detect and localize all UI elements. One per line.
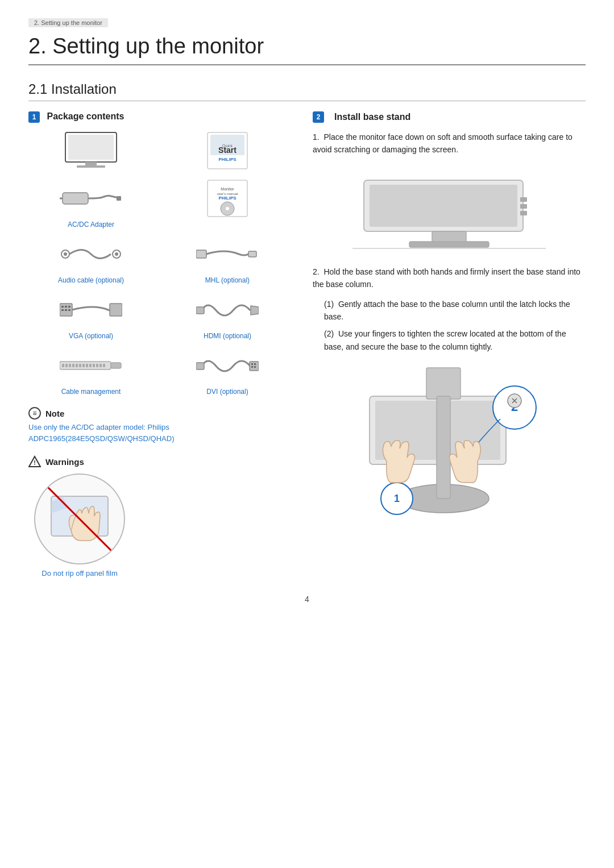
svg-marker-32 [251, 306, 259, 315]
page-number: 4 [28, 595, 586, 604]
svg-rect-39 [79, 364, 81, 367]
note-text: Use only the AC/DC adapter model: Philip… [28, 422, 290, 444]
svg-rect-48 [196, 363, 204, 369]
svg-rect-60 [409, 242, 489, 247]
package-item-vga: VGA (optional) [28, 290, 154, 340]
vga-icon [60, 296, 122, 324]
svg-text:Start: Start [218, 146, 237, 155]
install-substep-2: (2) Use your fingers to tighten the scre… [324, 327, 586, 353]
svg-rect-64 [520, 211, 527, 215]
warnings-section: ! Warnings [28, 455, 290, 578]
svg-rect-47 [111, 363, 121, 368]
svg-rect-53 [254, 366, 256, 368]
package-item-quickstart: Quick Start PHILIPS [165, 131, 290, 173]
package-item-cablemgmt: Cable management [28, 346, 154, 396]
package-item-monitor [28, 131, 154, 173]
svg-rect-59 [432, 231, 466, 243]
warning-icon: ! [28, 455, 41, 468]
svg-rect-27 [61, 309, 64, 311]
audiocable-icon [60, 240, 122, 268]
package-item-mhl: MHL (optional) [165, 234, 290, 284]
svg-rect-3 [77, 165, 105, 168]
warnings-label: Warnings [45, 457, 84, 467]
svg-rect-2 [85, 162, 97, 165]
svg-point-16 [226, 207, 229, 210]
note-label: Note [45, 409, 64, 418]
package-item-hdmi: HDMI (optional) [165, 290, 290, 340]
basestand-install-illustration: 2 1 [352, 362, 546, 521]
badge-2: 2 [313, 111, 324, 123]
svg-rect-29 [68, 309, 70, 311]
hdmi-icon [196, 294, 259, 326]
svg-text:1: 1 [394, 493, 400, 504]
svg-rect-37 [72, 364, 74, 367]
section-title: 2.1 Installation [28, 81, 586, 101]
package-item-audiocable: Audio cable (optional) [28, 234, 154, 284]
svg-rect-30 [110, 304, 122, 316]
svg-rect-21 [196, 250, 206, 258]
svg-rect-34 [62, 364, 64, 367]
svg-rect-22 [248, 251, 256, 257]
warning-text: Do not rip off panel film [42, 569, 117, 578]
svg-rect-28 [65, 309, 67, 311]
svg-rect-63 [520, 204, 527, 209]
svg-text:PHILIPS: PHILIPS [218, 157, 237, 162]
note-box: ≡ Note Use only the AC/DC adapter model:… [28, 407, 290, 444]
note-icon: ≡ [28, 407, 41, 420]
quickstart-icon: Quick Start PHILIPS [205, 131, 250, 170]
install-label: Install base stand [334, 112, 410, 122]
svg-rect-41 [86, 364, 88, 367]
install-step-2: 2. Hold the base stand with both hands a… [313, 265, 586, 291]
svg-rect-67 [426, 368, 460, 399]
svg-rect-69 [437, 396, 450, 499]
svg-point-20 [115, 252, 118, 256]
monitor-icon [60, 131, 122, 170]
svg-text:Monitor: Monitor [221, 187, 234, 191]
svg-rect-44 [96, 364, 98, 367]
svg-rect-25 [65, 306, 67, 308]
svg-rect-42 [89, 364, 92, 367]
svg-rect-35 [65, 364, 68, 367]
svg-rect-9 [63, 193, 88, 204]
dvi-icon [196, 350, 259, 381]
svg-rect-51 [254, 363, 256, 365]
badge-1: 1 [28, 111, 40, 123]
svg-text:!: ! [34, 459, 36, 466]
svg-rect-31 [196, 307, 204, 314]
monitor-facedown-illustration [352, 163, 546, 254]
svg-text:PHILIPS: PHILIPS [218, 196, 237, 201]
breadcrumb: 2. Setting up the monitor [28, 18, 108, 27]
package-item-dvi: DVI (optional) [165, 346, 290, 396]
svg-rect-52 [251, 366, 253, 368]
svg-rect-24 [61, 306, 64, 308]
svg-rect-62 [520, 197, 527, 202]
svg-rect-45 [99, 364, 102, 367]
install-header: 2 Install base stand [313, 111, 586, 123]
mhl-icon [196, 240, 259, 268]
svg-rect-46 [103, 364, 105, 367]
package-contents-label: 1 Package contents [28, 111, 290, 123]
package-item-usermanual: Monitor user's manual PHILIPS [165, 178, 290, 229]
package-grid: Quick Start PHILIPS [28, 131, 290, 396]
package-item-acdcadapter: AC/DC Adapter [28, 178, 154, 229]
svg-rect-38 [76, 364, 78, 367]
svg-point-18 [64, 252, 67, 256]
acdcadapter-icon [60, 181, 122, 215]
svg-rect-50 [251, 363, 253, 365]
usermanual-icon: Monitor user's manual PHILIPS [205, 179, 250, 218]
svg-rect-58 [370, 185, 517, 227]
main-title: 2. Setting up the monitor [28, 34, 586, 65]
svg-rect-43 [93, 364, 95, 367]
warning-image [34, 474, 125, 564]
svg-rect-26 [68, 306, 70, 308]
svg-rect-40 [82, 364, 85, 367]
svg-rect-10 [117, 196, 121, 201]
cablemgmt-icon [60, 357, 122, 374]
install-substep-1: (1) Gently attach the base to the base c… [324, 298, 586, 323]
svg-rect-36 [69, 364, 71, 367]
install-step-1: 1. Place the monitor face down on soft a… [313, 131, 586, 156]
svg-rect-1 [68, 135, 114, 160]
